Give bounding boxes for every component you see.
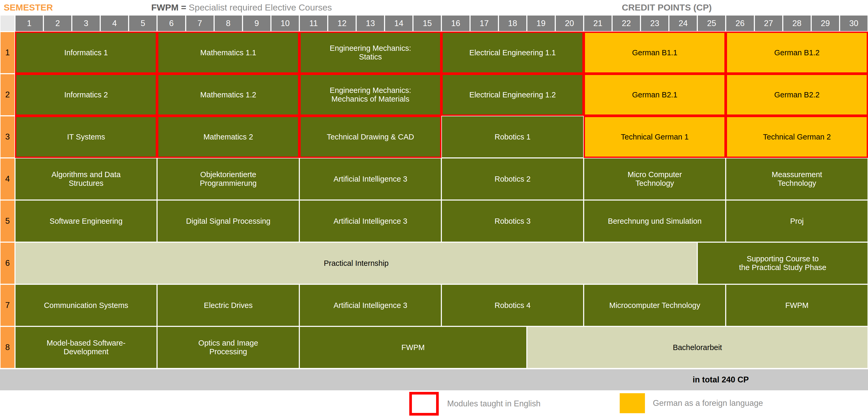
course-cell: Optics and Image Processing bbox=[157, 326, 299, 368]
credit-column-header: 10 bbox=[271, 15, 299, 32]
credit-column-header: 30 bbox=[840, 15, 868, 32]
credit-column-header: 11 bbox=[299, 15, 328, 32]
credit-column-header: 21 bbox=[584, 15, 612, 32]
course-cell: German B2.2 bbox=[726, 74, 868, 116]
english-modules-legend-label: Modules taught in English bbox=[447, 392, 540, 416]
credit-column-header: 6 bbox=[157, 15, 185, 32]
credit-column-header: 22 bbox=[612, 15, 641, 32]
course-cell: Berechnung und Simulation bbox=[584, 200, 726, 242]
semester-cell: 2 bbox=[0, 74, 15, 116]
semester-cell: 6 bbox=[0, 242, 15, 284]
course-cell: Microcomputer Technology bbox=[584, 284, 726, 326]
course-cell: Digital Signal Processing bbox=[157, 200, 299, 242]
course-cell: Software Engineering bbox=[15, 200, 157, 242]
course-cell: Electric Drives bbox=[157, 284, 299, 326]
credit-column-header: 18 bbox=[498, 15, 527, 32]
course-cell: Artificial Intelligence 3 bbox=[299, 158, 442, 200]
credit-column-header: 14 bbox=[384, 15, 413, 32]
course-cell: Micro Computer Technology bbox=[584, 158, 726, 200]
semester-cell: 1 bbox=[0, 32, 15, 74]
credit-column-header: 28 bbox=[783, 15, 811, 32]
fwpm-abbrev: FWPM = bbox=[151, 2, 186, 12]
course-cell: Mathematics 1.2 bbox=[157, 74, 299, 116]
course-cell: Electrical Engineering 1.2 bbox=[441, 74, 584, 116]
course-cell: Informatics 1 bbox=[15, 32, 157, 74]
semester-column-title: SEMESTER bbox=[4, 2, 53, 13]
course-cell: Technical Drawing & CAD bbox=[299, 116, 442, 158]
credit-column-header: 25 bbox=[697, 15, 726, 32]
course-cell: Engineering Mechanics: Statics bbox=[299, 32, 442, 74]
course-cell: Technical German 2 bbox=[726, 116, 868, 158]
course-cell: Practical Internship bbox=[15, 242, 697, 284]
course-cell: Robotics 2 bbox=[441, 158, 584, 200]
credit-column-header: 9 bbox=[243, 15, 271, 32]
course-cell: Mathematics 2 bbox=[157, 116, 299, 158]
credit-column-header: 3 bbox=[72, 15, 100, 32]
curriculum-overview-slide: SEMESTER FWPM = Specialist required Elec… bbox=[0, 0, 868, 419]
credit-column-header: 13 bbox=[356, 15, 384, 32]
credit-column-header: 26 bbox=[726, 15, 754, 32]
grid-corner-cell bbox=[0, 15, 15, 32]
german-language-legend-swatch bbox=[620, 393, 645, 413]
credit-column-header: 1 bbox=[15, 15, 43, 32]
credit-column-header: 19 bbox=[527, 15, 555, 32]
credit-column-header: 12 bbox=[328, 15, 356, 32]
total-credit-bar: in total 240 CP bbox=[0, 369, 868, 390]
credit-column-header: 17 bbox=[470, 15, 498, 32]
course-cell: Mathematics 1.1 bbox=[157, 32, 299, 74]
course-cell: German B1.1 bbox=[584, 32, 726, 74]
credit-column-header: 5 bbox=[129, 15, 157, 32]
semester-cell: 4 bbox=[0, 158, 15, 200]
semester-cell: 5 bbox=[0, 200, 15, 242]
course-cell: Meassurement Technology bbox=[726, 158, 868, 200]
course-cell: Communication Systems bbox=[15, 284, 157, 326]
credit-column-header: 7 bbox=[186, 15, 214, 32]
credit-column-header: 27 bbox=[754, 15, 783, 32]
course-cell: German B1.2 bbox=[726, 32, 868, 74]
german-language-legend-label: German as a foreign language bbox=[653, 392, 763, 415]
credit-column-header: 15 bbox=[413, 15, 441, 32]
english-modules-legend-swatch bbox=[409, 392, 439, 416]
credit-column-header: 29 bbox=[811, 15, 840, 32]
credit-column-header: 20 bbox=[555, 15, 584, 32]
course-cell: FWPM bbox=[299, 326, 527, 368]
credit-column-header: 8 bbox=[214, 15, 243, 32]
course-cell: Bachelorarbeit bbox=[527, 326, 868, 368]
course-cell: Algorithms and Data Structures bbox=[15, 158, 157, 200]
course-cell: Objektorientierte Programmierung bbox=[157, 158, 299, 200]
curriculum-grid: 1234567891011121314151617181920212223242… bbox=[0, 15, 868, 368]
course-cell: Artificial Intelligence 3 bbox=[299, 284, 442, 326]
course-cell: IT Systems bbox=[15, 116, 157, 158]
credit-column-header: 23 bbox=[641, 15, 669, 32]
course-cell: Electrical Engineering 1.1 bbox=[441, 32, 584, 74]
course-cell: Engineering Mechanics: Mechanics of Mate… bbox=[299, 74, 442, 116]
fwpm-abbrev-explanation: Specialist required Elective Courses bbox=[186, 2, 332, 12]
course-cell: FWPM bbox=[726, 284, 868, 326]
credit-column-header: 24 bbox=[669, 15, 697, 32]
total-credit-label: in total 240 CP bbox=[665, 369, 776, 390]
semester-cell: 3 bbox=[0, 116, 15, 158]
semester-cell: 7 bbox=[0, 284, 15, 326]
course-cell: Artificial Intelligence 3 bbox=[299, 200, 442, 242]
fwpm-abbreviation-note: FWPM = Specialist required Elective Cour… bbox=[151, 2, 332, 13]
course-cell: Robotics 4 bbox=[441, 284, 584, 326]
credit-column-header: 4 bbox=[100, 15, 129, 32]
credit-column-header: 2 bbox=[43, 15, 72, 32]
course-cell: Technical German 1 bbox=[584, 116, 726, 158]
course-cell: Proj bbox=[726, 200, 868, 242]
course-cell: Robotics 1 bbox=[441, 116, 584, 158]
course-cell: German B2.1 bbox=[584, 74, 726, 116]
semester-cell: 8 bbox=[0, 326, 15, 368]
credit-points-title: CREDIT POINTS (CP) bbox=[622, 2, 712, 13]
course-cell: Supporting Course to the Practical Study… bbox=[697, 242, 868, 284]
course-cell: Robotics 3 bbox=[441, 200, 584, 242]
course-cell: Model-based Software- Development bbox=[15, 326, 157, 368]
course-cell: Informatics 2 bbox=[15, 74, 157, 116]
credit-column-header: 16 bbox=[441, 15, 470, 32]
